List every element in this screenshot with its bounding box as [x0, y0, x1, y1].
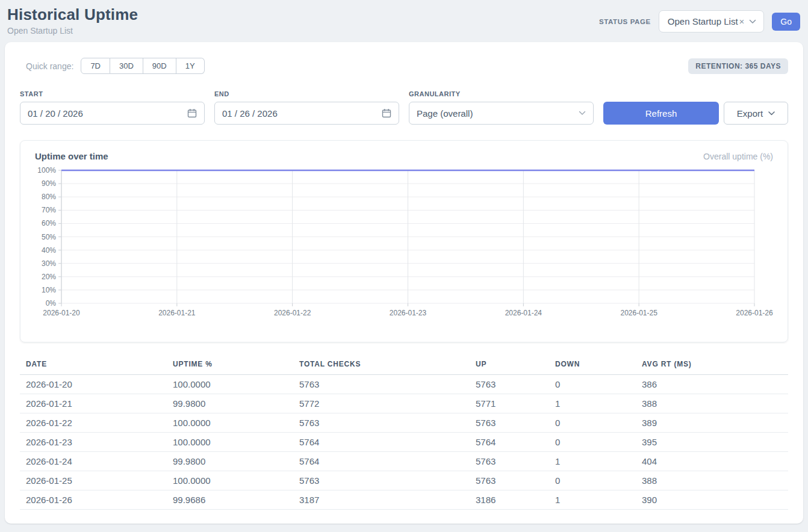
table-row: 2026-01-25100.0000576357630388	[20, 471, 788, 490]
table-cell: 2026-01-23	[20, 433, 167, 452]
column-header: TOTAL CHECKS	[293, 360, 470, 375]
quick-range-30d[interactable]: 30D	[110, 58, 143, 74]
uptime-chart: 0%10%20%30%40%50%60%70%80%90%100%2026-01…	[35, 164, 773, 321]
table-cell: 2026-01-24	[20, 452, 167, 471]
table-cell: 0	[549, 471, 636, 490]
chevron-down-icon	[579, 111, 586, 116]
x-axis-label: 2026-01-23	[390, 309, 427, 317]
calendar-icon[interactable]	[382, 108, 391, 118]
table-cell: 0	[549, 413, 636, 433]
end-date-field: END 01 / 26 / 2026	[214, 90, 399, 125]
table-cell: 99.9686	[167, 490, 293, 510]
y-axis-label: 80%	[42, 193, 56, 201]
clear-selection-icon[interactable]: ×	[739, 16, 745, 26]
table-row: 2026-01-22100.0000576357630389	[20, 413, 788, 433]
uptime-chart-card: Uptime over time Overall uptime (%) 0%10…	[20, 140, 788, 342]
table-cell: 100.0000	[167, 375, 293, 394]
filter-row: START 01 / 20 / 2026 END 01 / 26 / 2026 …	[20, 90, 788, 125]
table-cell: 5763	[470, 413, 549, 433]
table-cell: 5772	[293, 394, 470, 413]
column-header: UPTIME %	[167, 360, 293, 375]
table-cell: 0	[549, 433, 636, 452]
export-button[interactable]: Export	[724, 102, 788, 125]
quick-range-row: Quick range: 7D30D90D1Y RETENTION: 365 D…	[20, 58, 788, 74]
granularity-label: GRANULARITY	[409, 90, 594, 97]
quick-range-button-group: 7D30D90D1Y	[81, 58, 204, 74]
table-cell: 100.0000	[167, 413, 293, 433]
uptime-chart-svg: 0%10%20%30%40%50%60%70%80%90%100%2026-01…	[35, 164, 774, 318]
table-row: 2026-01-20100.0000576357630386	[20, 375, 788, 394]
status-page-select-value: Open Startup List	[668, 16, 738, 26]
quick-range-90d[interactable]: 90D	[143, 58, 176, 74]
quick-range-label: Quick range:	[26, 61, 73, 71]
retention-badge: RETENTION: 365 DAYS	[688, 58, 788, 74]
x-axis-label: 2026-01-22	[274, 309, 311, 317]
table-header-row: DATEUPTIME %TOTAL CHECKSUPDOWNAVG RT (MS…	[20, 360, 788, 375]
column-header: DATE	[20, 360, 167, 375]
y-axis-label: 100%	[37, 166, 56, 175]
page-title: Historical Uptime	[7, 5, 138, 24]
column-header: UP	[470, 360, 549, 375]
start-date-input[interactable]: 01 / 20 / 2026	[20, 102, 205, 125]
quick-range-7d[interactable]: 7D	[81, 58, 110, 74]
table-cell: 5764	[470, 433, 549, 452]
column-header: DOWN	[549, 360, 636, 375]
table-cell: 388	[636, 471, 788, 490]
export-button-label: Export	[737, 108, 763, 119]
chart-title: Uptime over time	[35, 151, 108, 161]
end-date-label: END	[214, 90, 399, 97]
table-cell: 5764	[293, 433, 470, 452]
y-axis-label: 10%	[42, 286, 56, 294]
table-cell: 389	[636, 413, 788, 433]
y-axis-label: 90%	[42, 179, 56, 188]
uptime-table: DATEUPTIME %TOTAL CHECKSUPDOWNAVG RT (MS…	[20, 360, 788, 510]
start-date-label: START	[20, 90, 205, 97]
table-cell: 5763	[470, 452, 549, 471]
table-cell: 5763	[293, 471, 470, 490]
calendar-icon[interactable]	[187, 108, 197, 118]
status-page-label: STATUS PAGE	[599, 18, 651, 25]
table-cell: 100.0000	[167, 433, 293, 452]
table-cell: 99.9800	[167, 452, 293, 471]
table-cell: 3187	[293, 490, 470, 510]
table-cell: 395	[636, 433, 788, 452]
chart-legend: Overall uptime (%)	[703, 152, 773, 161]
table-cell: 100.0000	[167, 471, 293, 490]
table-cell: 5764	[293, 452, 470, 471]
table-cell: 386	[636, 375, 788, 394]
table-cell: 1	[549, 452, 636, 471]
main-panel: Quick range: 7D30D90D1Y RETENTION: 365 D…	[5, 42, 803, 524]
y-axis-label: 50%	[42, 233, 56, 241]
go-button[interactable]: Go	[772, 13, 800, 31]
y-axis-label: 60%	[42, 219, 56, 227]
y-axis-label: 30%	[42, 259, 56, 268]
x-axis-label: 2026-01-21	[158, 309, 196, 317]
x-axis-label: 2026-01-20	[43, 309, 80, 317]
status-page-select[interactable]: Open Startup List ×	[659, 10, 765, 32]
start-date-value: 01 / 20 / 2026	[28, 108, 83, 119]
chevron-down-icon	[768, 111, 775, 116]
y-axis-label: 20%	[42, 273, 56, 281]
table-cell: 404	[636, 452, 788, 471]
y-axis-label: 70%	[42, 206, 56, 214]
table-cell: 2026-01-25	[20, 471, 167, 490]
x-axis-label: 2026-01-26	[736, 309, 773, 317]
table-cell: 2026-01-20	[20, 375, 167, 394]
table-row: 2026-01-23100.0000576457640395	[20, 433, 788, 452]
chart-header: Uptime over time Overall uptime (%)	[35, 151, 773, 161]
table-cell: 390	[636, 490, 788, 510]
quick-range-1y[interactable]: 1Y	[176, 58, 205, 74]
table-cell: 1	[549, 490, 636, 510]
table-cell: 2026-01-26	[20, 490, 167, 510]
table-cell: 5763	[470, 471, 549, 490]
granularity-select[interactable]: Page (overall)	[409, 102, 594, 125]
table-row: 2026-01-2699.9686318731861390	[20, 490, 788, 510]
y-axis-label: 0%	[46, 299, 57, 308]
table-cell: 3186	[470, 490, 549, 510]
table-row: 2026-01-2199.9800577257711388	[20, 394, 788, 413]
table-cell: 0	[549, 375, 636, 394]
end-date-input[interactable]: 01 / 26 / 2026	[214, 102, 399, 125]
table-cell: 99.9800	[167, 394, 293, 413]
refresh-button[interactable]: Refresh	[603, 102, 719, 125]
table-cell: 5771	[470, 394, 549, 413]
